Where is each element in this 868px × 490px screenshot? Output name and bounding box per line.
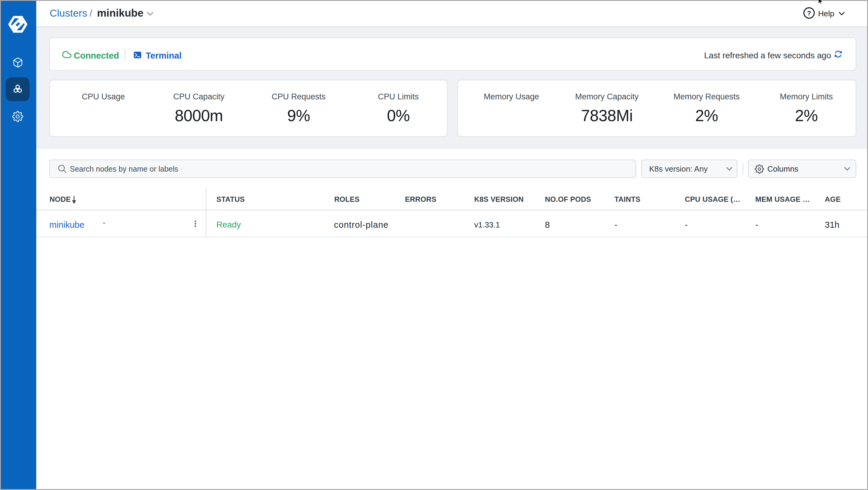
svg-text:?: ? <box>807 9 811 17</box>
